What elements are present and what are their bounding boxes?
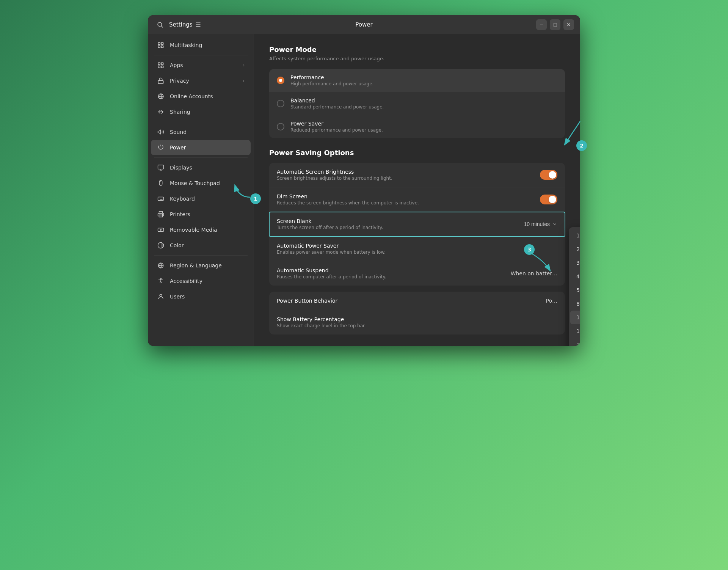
show-battery-desc: Show exact charge level in the top bar: [277, 323, 557, 328]
sidebar-label-accessibility: Accessibility: [170, 278, 245, 284]
dropdown-15min[interactable]: 15 minutes: [569, 338, 580, 346]
sidebar-divider-2: [154, 122, 248, 122]
auto-power-saver-text: Automatic Power Saver Enables power save…: [277, 243, 557, 255]
dropdown-8min[interactable]: 8 minutes: [569, 297, 580, 311]
dropdown-10min[interactable]: 10 minutes ✓: [570, 311, 580, 324]
removable-media-icon: [157, 226, 165, 234]
auto-brightness-name: Automatic Screen Brightness: [277, 169, 534, 175]
svg-point-23: [160, 294, 162, 297]
sidebar-label-privacy: Privacy: [170, 78, 237, 84]
dim-screen-toggle[interactable]: [540, 195, 557, 204]
app-title: Settings: [169, 21, 193, 28]
close-button[interactable]: ✕: [563, 19, 574, 30]
sidebar-divider-3: [154, 157, 248, 158]
sidebar-item-apps[interactable]: Apps ›: [151, 58, 251, 73]
sidebar-divider-4: [154, 255, 248, 256]
power-button-value: Po…: [546, 298, 557, 304]
radio-performance[interactable]: [277, 77, 284, 84]
sidebar-item-power[interactable]: Power: [151, 140, 251, 155]
show-battery-text: Show Battery Percentage Show exact charg…: [277, 316, 557, 328]
sidebar-item-accessibility[interactable]: Accessibility: [151, 273, 251, 289]
power-mode-performance-desc: High performance and power usage.: [290, 81, 557, 86]
dropdown-3min[interactable]: 3 minutes: [569, 256, 580, 270]
users-icon: [157, 293, 165, 300]
svg-point-0: [158, 22, 162, 27]
option-show-battery: Show Battery Percentage Show exact charg…: [269, 310, 565, 334]
sidebar-label-online-accounts: Online Accounts: [170, 93, 245, 99]
main-layout: Multitasking Apps › Pr: [148, 34, 580, 346]
search-button[interactable]: [154, 19, 166, 31]
dropdown-2min[interactable]: 2 minutes: [569, 242, 580, 256]
region-icon: [157, 262, 165, 269]
option-dim-screen: Dim Screen Reduces the screen brightness…: [269, 187, 565, 212]
sidebar-item-sound[interactable]: Sound: [151, 124, 251, 140]
sidebar-item-privacy[interactable]: Privacy ›: [151, 73, 251, 88]
svg-point-22: [160, 278, 162, 280]
sidebar-item-removable-media[interactable]: Removable Media: [151, 222, 251, 237]
sidebar-item-region-language[interactable]: Region & Language: [151, 258, 251, 273]
power-mode-performance[interactable]: Performance High performance and power u…: [269, 69, 565, 92]
power-saving-group: Automatic Screen Brightness Screen brigh…: [269, 163, 565, 286]
sidebar-item-color[interactable]: Color: [151, 238, 251, 253]
settings-window: Settings ☰ Power − □ ✕ Multitasking: [148, 15, 580, 346]
sidebar-item-printers[interactable]: Printers: [151, 207, 251, 222]
auto-suspend-value: When on batter…: [511, 270, 557, 276]
auto-power-saver-name: Automatic Power Saver: [277, 243, 557, 249]
power-mode-saver-desc: Reduced performance and power usage.: [290, 127, 557, 133]
radio-balanced[interactable]: [277, 100, 284, 107]
menu-button[interactable]: ☰: [196, 21, 201, 28]
sidebar-label-multitasking: Multitasking: [170, 42, 245, 48]
sidebar-label-users: Users: [170, 294, 245, 300]
annotation-badge-1: 1: [250, 193, 261, 204]
dropdown-12min[interactable]: 12 minutes: [569, 324, 580, 338]
dropdown-1min[interactable]: 1 minute: [569, 229, 580, 242]
auto-suspend-desc: Pauses the computer after a period of in…: [277, 274, 505, 280]
annotation-badge-2: 2: [576, 140, 587, 151]
power-mode-subtitle: Affects system performance and power usa…: [269, 56, 565, 61]
power-mode-title: Power Mode: [269, 46, 565, 53]
auto-brightness-text: Automatic Screen Brightness Screen brigh…: [277, 169, 534, 181]
svg-rect-7: [162, 63, 163, 64]
sidebar-item-keyboard[interactable]: Keyboard: [151, 191, 251, 206]
page-title: Power: [355, 21, 372, 28]
power-mode-balanced[interactable]: Balanced Standard performance and power …: [269, 92, 565, 115]
sidebar-item-users[interactable]: Users: [151, 289, 251, 304]
dim-screen-text: Dim Screen Reduces the screen brightness…: [277, 193, 534, 206]
maximize-button[interactable]: □: [550, 19, 560, 30]
svg-rect-12: [158, 165, 164, 169]
window-controls: − □ ✕: [536, 19, 574, 30]
minimize-button[interactable]: −: [536, 19, 547, 30]
sidebar-item-mouse-touchpad[interactable]: Mouse & Touchpad: [151, 176, 251, 191]
sidebar-label-apps: Apps: [170, 62, 237, 68]
power-button-name: Power Button Behavior: [277, 298, 540, 304]
dropdown-5min[interactable]: 5 minutes: [569, 283, 580, 297]
sidebar-item-displays[interactable]: Displays: [151, 160, 251, 175]
sidebar-item-sharing[interactable]: Sharing: [151, 104, 251, 119]
svg-rect-9: [162, 66, 163, 68]
auto-brightness-toggle[interactable]: [540, 170, 557, 180]
sidebar-item-online-accounts[interactable]: Online Accounts: [151, 89, 251, 104]
dim-screen-name: Dim Screen: [277, 193, 534, 199]
svg-rect-3: [162, 42, 163, 44]
auto-power-saver-desc: Enables power saver mode when battery is…: [277, 250, 557, 255]
multitasking-icon: [157, 41, 165, 49]
power-button-group: Power Button Behavior Po… Show Battery P…: [269, 292, 565, 334]
apps-icon: [157, 61, 165, 69]
power-mode-saver[interactable]: Power Saver Reduced performance and powe…: [269, 115, 565, 138]
sidebar-item-multitasking[interactable]: Multitasking: [151, 38, 251, 53]
keyboard-icon: [157, 195, 165, 203]
power-saving-title: Power Saving Options: [269, 149, 565, 157]
radio-saver[interactable]: [277, 123, 284, 130]
svg-rect-6: [158, 63, 160, 64]
printers-icon: [157, 210, 165, 218]
svg-line-1: [161, 26, 163, 27]
auto-suspend-text: Automatic Suspend Pauses the computer af…: [277, 267, 505, 280]
sidebar: Multitasking Apps › Pr: [148, 34, 254, 346]
screen-blank-desc: Turns the screen off after a period of i…: [277, 225, 518, 230]
power-icon: [157, 144, 165, 151]
screen-blank-name: Screen Blank: [277, 218, 518, 224]
dropdown-4min[interactable]: 4 minutes: [569, 270, 580, 283]
power-mode-balanced-text: Balanced Standard performance and power …: [290, 97, 557, 110]
screen-blank-dropdown[interactable]: 10 minutes: [524, 221, 557, 227]
svg-rect-2: [158, 42, 160, 44]
